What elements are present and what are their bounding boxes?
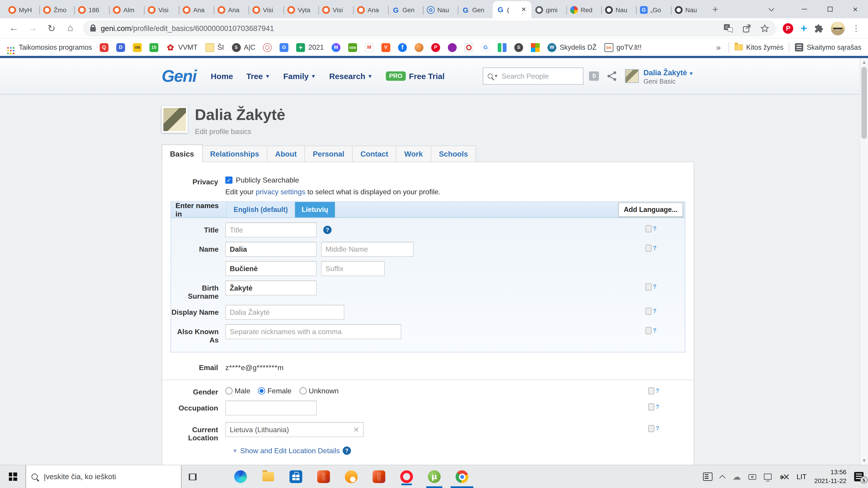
profile-tab[interactable]: About <box>267 145 305 162</box>
edge-icon[interactable] <box>234 470 247 483</box>
bookmark-item[interactable]: ŠI <box>205 43 224 52</box>
bookmark-item[interactable]: 2021 <box>296 43 324 52</box>
location-help-icon[interactable]: ? <box>343 447 351 455</box>
bookmark-item[interactable] <box>263 43 272 52</box>
bookmark-item[interactable] <box>431 43 440 52</box>
browser-tab[interactable]: 186 ✕ <box>74 2 109 18</box>
news-widget-icon[interactable] <box>703 473 713 481</box>
bookmark-star-icon[interactable] <box>760 24 770 33</box>
reading-list-button[interactable]: Skaitymo sąrašas <box>795 43 862 52</box>
bookmark-item[interactable] <box>514 43 523 52</box>
bookmark-item[interactable] <box>365 43 374 52</box>
bookmark-item[interactable] <box>133 43 142 52</box>
browser-tab[interactable]: Ana ✕ <box>214 2 248 18</box>
browser-tab[interactable]: Nau ✕ <box>671 2 706 18</box>
start-button[interactable] <box>0 465 26 488</box>
task-view-button[interactable] <box>182 465 204 488</box>
field-help[interactable]: ? <box>646 245 656 252</box>
profile-tab[interactable]: Personal <box>305 145 352 162</box>
gender-radio[interactable]: Male <box>225 387 250 395</box>
share-tree-icon[interactable] <box>607 71 618 81</box>
middle-name-input[interactable] <box>321 242 413 257</box>
onedrive-cloud-icon[interactable]: ☁ <box>733 473 741 481</box>
notification-count-badge[interactable]: 0 <box>589 71 599 81</box>
scrollbar-thumb[interactable] <box>862 67 867 139</box>
browser-tab[interactable]: Nau ✕ <box>423 2 458 18</box>
utorrent-icon[interactable] <box>428 470 440 483</box>
network-icon[interactable] <box>764 474 772 480</box>
taskbar-search[interactable]: Įveskite čia, ko ieškoti <box>26 465 182 488</box>
scroll-down-icon[interactable]: ▼ <box>860 458 868 463</box>
new-tab-button[interactable]: + <box>708 3 722 17</box>
microsoft-store-icon[interactable] <box>289 470 302 483</box>
nav-item[interactable]: Home <box>211 72 233 80</box>
forward-button[interactable]: → <box>23 20 42 36</box>
chrome-icon[interactable] <box>456 470 468 483</box>
title-input[interactable] <box>225 222 317 237</box>
search-people-box[interactable]: ▼ <box>483 68 584 85</box>
field-help[interactable]: ? <box>646 225 656 232</box>
browser-tab[interactable]: Žmo ✕ <box>39 2 74 18</box>
aka-input[interactable] <box>225 324 401 339</box>
scroll-up-icon[interactable]: ▲ <box>860 60 868 65</box>
volume-muted-icon[interactable]: 🕩✕ <box>780 473 789 481</box>
bookmark-item[interactable]: Taikomosios programos <box>6 43 92 51</box>
browser-tab[interactable]: Gen ✕ <box>458 2 493 18</box>
display-name-input[interactable] <box>225 305 344 320</box>
bookmark-item[interactable] <box>481 43 490 52</box>
bookmark-item[interactable] <box>116 43 125 52</box>
field-help[interactable]: ? <box>646 308 656 315</box>
bookmark-item[interactable] <box>531 43 540 52</box>
bookmark-item[interactable] <box>465 43 473 52</box>
browser-tab[interactable]: Ana ✕ <box>353 2 388 18</box>
plus-extension-icon[interactable]: + <box>801 23 807 34</box>
geni-logo[interactable]: Geni <box>162 68 196 84</box>
profile-tab[interactable]: Contact <box>352 145 397 162</box>
field-help[interactable]: ? <box>648 403 659 411</box>
gender-radio[interactable]: Female <box>258 387 291 395</box>
surname-input[interactable] <box>225 261 317 276</box>
bookmarks-overflow-icon[interactable]: » <box>714 43 723 52</box>
bookmark-item[interactable] <box>280 43 288 52</box>
back-button[interactable]: ← <box>4 20 23 36</box>
title-help-icon[interactable]: ? <box>323 226 332 234</box>
bookmark-item[interactable] <box>149 43 158 52</box>
publicly-searchable-checkbox[interactable]: ✓ <box>225 176 232 184</box>
browser-tab[interactable]: Visi ✕ <box>144 2 179 18</box>
bookmark-item[interactable]: VVMT <box>166 43 197 52</box>
user-avatar[interactable] <box>625 69 639 83</box>
occupation-input[interactable] <box>225 400 317 416</box>
search-people-input[interactable] <box>502 72 579 80</box>
bookmark-item[interactable] <box>414 43 423 52</box>
bookmark-item[interactable]: goTV.lt!! <box>604 43 642 52</box>
browser-tab[interactable]: Visi ✕ <box>249 2 283 18</box>
field-help[interactable]: ? <box>648 387 659 394</box>
location-details-toggle[interactable]: ▼ Show and Edit Location Details ? <box>232 447 694 455</box>
browser-tab[interactable]: ( ✕ <box>493 1 531 18</box>
browser-tab[interactable]: „Go ✕ <box>636 2 671 18</box>
office-app-icon[interactable] <box>373 470 385 483</box>
first-name-input[interactable] <box>225 242 317 257</box>
notification-center-icon[interactable]: 5 <box>854 472 864 482</box>
bookmark-item[interactable] <box>348 43 357 52</box>
nav-item[interactable]: Family ▼ <box>283 72 316 80</box>
gender-radio[interactable]: Unknown <box>299 387 339 395</box>
orange-app-icon[interactable] <box>345 470 358 483</box>
field-help[interactable]: ? <box>646 283 656 291</box>
tray-expand-icon[interactable] <box>719 475 726 481</box>
browser-tab[interactable]: Ana ✕ <box>179 2 214 18</box>
opera-icon[interactable] <box>400 470 413 483</box>
camera-icon[interactable] <box>749 474 756 480</box>
minimize-button[interactable] <box>792 0 817 18</box>
profile-tab[interactable]: Work <box>396 145 431 162</box>
birth-surname-input[interactable] <box>225 281 317 295</box>
clear-location-icon[interactable]: ✕ <box>353 425 360 434</box>
free-trial-button[interactable]: PRO Free Trial <box>386 71 445 81</box>
browser-tab[interactable]: Gen ✕ <box>388 2 423 18</box>
location-details-link[interactable]: Show and Edit Location Details <box>240 447 340 455</box>
bookmark-item[interactable]: A|C <box>232 43 255 52</box>
nav-item[interactable]: Tree ▼ <box>246 72 270 80</box>
search-tabs-button[interactable] <box>758 0 784 18</box>
bookmark-item[interactable] <box>332 43 340 52</box>
browser-tab[interactable]: Alm ✕ <box>109 2 144 18</box>
